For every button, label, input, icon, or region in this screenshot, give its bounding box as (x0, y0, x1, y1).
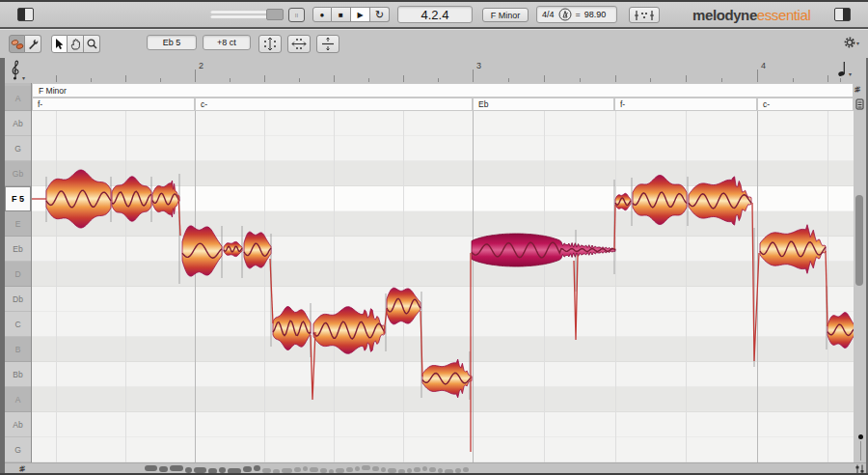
overview-note[interactable] (346, 467, 353, 472)
clef-selector[interactable]: ▾ (9, 59, 25, 81)
vertical-scrollbar[interactable] (854, 111, 866, 462)
play-button[interactable]: ▶ (351, 7, 370, 22)
stop-button[interactable]: ■ (332, 7, 351, 22)
pitch-ruler[interactable]: AAbGGbF 5EEbDDbCBBbAAbG (5, 83, 32, 462)
note-pitch-field[interactable]: Eb 5 (147, 35, 197, 50)
overview-note[interactable] (273, 469, 280, 474)
overview-note[interactable] (303, 466, 308, 471)
overview-note[interactable] (445, 469, 453, 474)
horizontal-scrollbar[interactable]: ♯♯ (0, 462, 868, 475)
right-panel-toggle-icon[interactable] (834, 8, 851, 21)
vertical-scrollbar-thumb[interactable] (855, 195, 863, 286)
overview-note[interactable] (254, 465, 260, 471)
overview-note[interactable] (455, 468, 461, 473)
overview-note[interactable] (145, 465, 157, 471)
pitch-ruler-row-f5[interactable]: F 5 (5, 186, 31, 211)
chord-cell[interactable]: c- (195, 98, 473, 111)
key-track[interactable]: F Minor (32, 83, 854, 98)
zoom-tool[interactable] (84, 35, 100, 53)
pitch-ruler-row-d[interactable]: D (5, 262, 31, 287)
pitch-ruler-row-ab[interactable]: Ab (5, 412, 31, 437)
pitch-ruler-row-bb[interactable]: Bb (5, 362, 31, 387)
scroll-zoom-tool-icon[interactable] (854, 463, 866, 475)
overview-note[interactable] (372, 466, 379, 471)
pitch-ruler-row-g[interactable]: G (5, 136, 31, 161)
overview-note[interactable] (185, 467, 192, 473)
key-button[interactable]: F Minor (482, 8, 529, 22)
ruler-tick (544, 75, 545, 82)
pitch-ruler-row-c[interactable]: C (5, 312, 31, 337)
quantize-time-macro-button[interactable] (287, 35, 311, 53)
overview-note[interactable] (194, 467, 206, 473)
chord-cell[interactable]: c- (757, 98, 854, 111)
cents-offset-field[interactable]: +8 ct (203, 35, 251, 50)
cycle-button[interactable]: ↻ (370, 7, 390, 22)
pitch-ruler-row-ab[interactable]: Ab (5, 111, 31, 136)
metronome-icon[interactable] (558, 8, 572, 21)
note-editor-view-button[interactable] (629, 7, 660, 23)
chord-cell[interactable]: f- (614, 98, 757, 111)
overview-note[interactable] (388, 468, 396, 473)
ruler-tick (368, 78, 369, 82)
wrench-tool[interactable] (25, 35, 41, 53)
pitch-ruler-row-db[interactable]: Db (5, 287, 31, 312)
chord-track[interactable]: f-c-Ebf-c- (32, 98, 854, 111)
overview-note[interactable] (282, 468, 292, 473)
gear-icon (843, 36, 856, 49)
settings-button[interactable]: ▾ (843, 36, 859, 49)
left-panel-toggle-icon[interactable] (17, 8, 34, 21)
monitor-button[interactable]: ⁞⁞ (288, 8, 305, 22)
tempo-field[interactable]: 4/4 = 98.90 (536, 6, 617, 23)
overview-note[interactable] (429, 467, 436, 472)
overview-note[interactable] (228, 468, 241, 474)
overview-note[interactable] (262, 468, 271, 473)
melodyne-window: ⁞⁞ ● ■ ▶ ↻ 4.2.4 F Minor 4/4 = 98.90 (0, 0, 868, 475)
hand-tool[interactable] (68, 35, 84, 53)
hash-icon[interactable]: ♯♯ (19, 464, 23, 473)
arrow-tool[interactable] (51, 35, 68, 53)
chord-cell[interactable]: f- (32, 98, 195, 111)
chord-cell[interactable]: Eb (473, 98, 614, 111)
pitch-ruler-row-b[interactable]: B (5, 337, 31, 362)
overview-note[interactable] (294, 467, 301, 472)
time-ruler[interactable]: ▾ 234 ▾ (0, 58, 868, 83)
overview-note[interactable] (208, 468, 217, 474)
song-position-display[interactable]: 4.2.4 (397, 6, 473, 23)
overview-note[interactable] (336, 468, 344, 473)
overview-note[interactable] (438, 468, 443, 473)
note-separation-button[interactable] (316, 35, 339, 53)
accidentals-toggle-icon[interactable]: ♯♯ (854, 85, 866, 97)
zoom-dot-handle[interactable] (858, 434, 863, 439)
grid-row (32, 186, 854, 211)
overview-note[interactable] (170, 465, 183, 471)
note-value-selector[interactable]: ▾ (837, 60, 852, 77)
pitch-ruler-row-e[interactable]: E (5, 211, 31, 237)
overview-note[interactable] (219, 467, 226, 473)
overview-note[interactable] (463, 467, 469, 472)
overview-note[interactable] (243, 466, 252, 472)
beat-gridline (264, 111, 265, 462)
pitch-ruler-row-gb[interactable]: Gb (5, 161, 31, 186)
overview-note[interactable] (422, 466, 427, 471)
volume-slider-handle[interactable] (266, 9, 284, 20)
pitch-ruler-row-a[interactable]: A (5, 86, 31, 111)
correct-pitch-macro-button[interactable] (258, 35, 282, 53)
overview-note[interactable] (362, 465, 370, 470)
overview-note[interactable] (414, 467, 420, 472)
blob-tool[interactable] (9, 35, 25, 53)
chord-track-toggle-icon[interactable] (855, 98, 865, 110)
overview-note[interactable] (355, 466, 360, 471)
volume-slider[interactable] (210, 11, 268, 18)
record-button[interactable]: ● (312, 7, 332, 22)
overview-note[interactable] (320, 468, 327, 473)
overview-note[interactable] (381, 467, 386, 472)
overview-note[interactable] (310, 467, 318, 472)
pitch-ruler-row-eb[interactable]: Eb (5, 237, 31, 262)
overview-note[interactable] (398, 469, 405, 474)
overview-note[interactable] (407, 468, 412, 473)
pitch-ruler-row-g[interactable]: G (5, 437, 31, 462)
pitch-ruler-row-a[interactable]: A (5, 387, 31, 412)
note-editor-grid[interactable] (32, 111, 854, 462)
overview-note[interactable] (159, 466, 168, 472)
overview-note[interactable] (329, 469, 334, 474)
